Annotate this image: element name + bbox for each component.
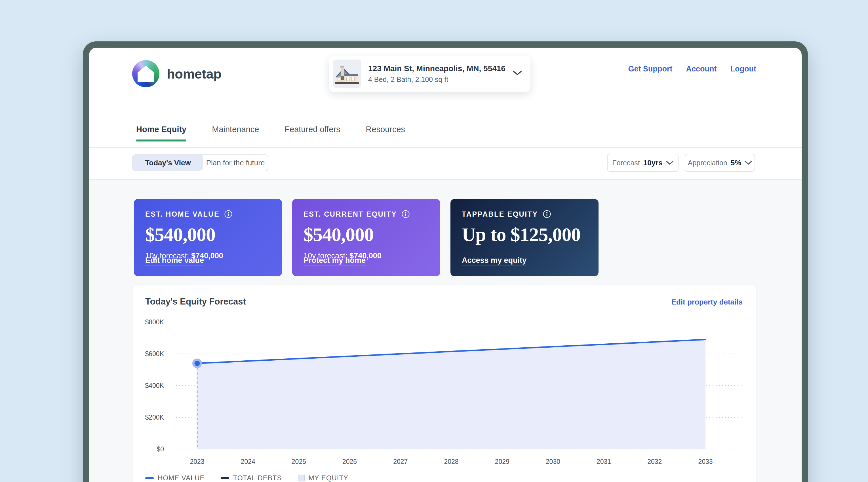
forecast-label: Forecast [612,159,640,167]
hometap-logo-icon [132,60,159,87]
logout-link[interactable]: Logout [731,65,756,73]
card-label: EST. CURRENT EQUITY [304,210,397,218]
svg-text:2025: 2025 [291,458,306,465]
info-icon[interactable] [401,210,410,218]
house-glyph [137,66,154,82]
home-value-swatch [145,477,154,479]
brand-name: hometap [167,66,221,82]
property-thumbnail [333,60,361,88]
current-equity-card: EST. CURRENT EQUITY $540,000 10y forecas… [292,199,440,276]
card-label: TAPPABLE EQUITY [462,210,538,218]
svg-text:2031: 2031 [596,458,611,465]
hometap-logo: hometap [132,60,221,87]
access-my-equity-link[interactable]: Access my equity [462,256,526,265]
legend-total-debts: TOTAL DEBTS [221,474,282,482]
property-details: 4 Bed, 2 Bath, 2,100 sq ft [368,75,513,84]
property-info: 123 Main St, Minneapolis, MN, 55416 4 Be… [368,64,513,84]
app-screen: hometap [0,0,868,482]
appreciation-dropdown[interactable]: Appreciation 5% [685,154,755,172]
chevron-down-icon [745,161,752,165]
chevron-down-icon[interactable] [513,71,522,77]
svg-text:2029: 2029 [495,458,509,465]
home-value-card: EST. HOME VALUE $540,000 10y forecast: $… [134,199,282,276]
forecast-value: 10yrs [643,159,663,167]
appreciation-value: 5% [731,159,742,167]
property-address: 123 Main St, Minneapolis, MN, 55416 [368,64,513,73]
equity-chart-svg: $0$200K$400K$600K$800K202320242025202620… [133,285,756,482]
svg-text:2033: 2033 [698,458,713,465]
tab-featured-offers[interactable]: Featured offers [284,125,340,141]
protect-my-home-link[interactable]: Protect my home [304,256,366,265]
legend-home-value: HOME VALUE [145,474,205,482]
tab-resources[interactable]: Resources [366,125,405,141]
account-link[interactable]: Account [686,65,717,73]
info-icon[interactable] [224,210,232,218]
app-window: hometap [89,47,802,482]
appreciation-label: Appreciation [688,159,727,167]
legend-my-equity: MY EQUITY [298,474,349,482]
edit-home-value-link[interactable]: Edit home value [145,256,204,265]
equity-forecast-card: Today's Equity Forecast Edit property de… [133,285,756,482]
property-selector[interactable]: 123 Main St, Minneapolis, MN, 55416 4 Be… [329,56,530,92]
svg-text:$400K: $400K [145,382,164,389]
tappable-equity-card: TAPPABLE EQUITY Up to $125,000 Access my… [451,199,598,276]
house-illustration [333,60,361,88]
todays-view-toggle[interactable]: Today's View [133,155,203,171]
tappable-equity-amount: Up to $125,000 [462,223,587,246]
my-equity-swatch [298,475,305,481]
window-frame: hometap [83,41,808,482]
svg-text:$600K: $600K [145,350,164,357]
chevron-down-icon [666,161,674,165]
view-toggle: Today's View Plan for the future [132,154,268,171]
forecast-dropdown[interactable]: Forecast 10yrs [607,154,679,172]
svg-text:$200K: $200K [145,414,164,421]
svg-text:2032: 2032 [647,458,662,465]
tab-home-equity[interactable]: Home Equity [136,125,186,141]
card-label: EST. HOME VALUE [145,210,220,218]
home-value-amount: $540,000 [145,223,271,246]
current-equity-amount: $540,000 [304,223,429,246]
svg-text:$0: $0 [157,445,164,453]
chart-legend: HOME VALUE TOTAL DEBTS MY EQUITY [145,474,348,482]
main-tabs: Home Equity Maintenance Featured offers … [136,125,405,141]
svg-text:2023: 2023 [190,458,204,465]
plan-future-toggle[interactable]: Plan for the future [203,155,268,171]
svg-text:2026: 2026 [342,458,357,465]
tabs-divider [89,147,802,148]
total-debts-swatch [221,477,229,479]
svg-text:2030: 2030 [546,458,560,465]
svg-text:$800K: $800K [145,318,164,326]
svg-text:2024: 2024 [241,458,255,465]
account-nav: Get Support Account Logout [642,64,756,74]
get-support-link[interactable]: Get Support [628,65,673,73]
svg-text:2027: 2027 [393,458,408,465]
svg-text:2028: 2028 [444,458,458,465]
tab-maintenance[interactable]: Maintenance [212,125,259,141]
info-icon[interactable] [542,210,551,218]
